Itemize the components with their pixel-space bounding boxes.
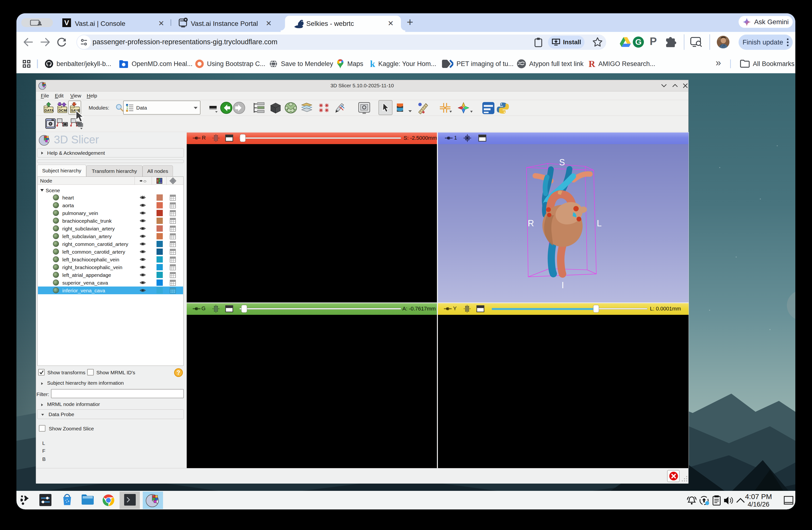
svg-text:I: I	[562, 280, 564, 290]
svg-text:R: R	[528, 218, 534, 228]
svg-text:DATA: DATA	[44, 108, 54, 112]
svg-text:DCM: DCM	[58, 108, 67, 112]
svg-text:S: S	[559, 157, 565, 167]
svg-text:L: L	[597, 218, 601, 228]
